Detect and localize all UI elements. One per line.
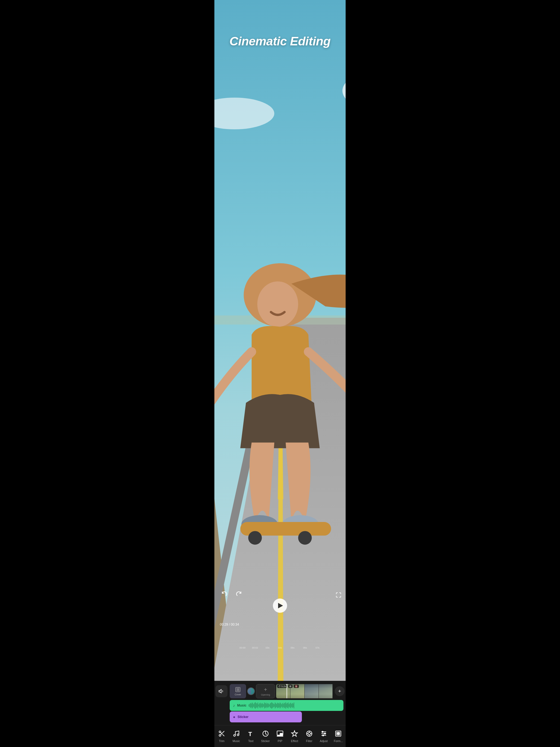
cinematic-title: Cinematic Editing xyxy=(214,34,346,48)
svg-point-23 xyxy=(257,281,298,327)
road-scene xyxy=(214,0,346,681)
sticker-track-icon: ● xyxy=(233,715,235,719)
transition-circle-1[interactable] xyxy=(247,687,255,695)
music-track[interactable]: ♪ Music xyxy=(230,700,343,711)
video-preview: Cinematic Editing xyxy=(214,0,346,681)
waveform-bar xyxy=(249,704,250,707)
waveform-bar xyxy=(270,703,271,707)
clips-area: Cover + Opening xyxy=(230,684,332,698)
music-icon xyxy=(231,729,241,739)
waveform-bar xyxy=(293,703,294,707)
adjust-label: Adjust xyxy=(320,740,328,743)
tool-filter[interactable]: Filter xyxy=(302,728,316,744)
waveform-bar xyxy=(255,702,256,709)
waveform-bar xyxy=(249,704,249,706)
svg-point-37 xyxy=(233,735,235,736)
waveform-bar xyxy=(284,703,284,708)
waveform-bar xyxy=(253,703,253,707)
waveform-bar xyxy=(281,703,281,707)
effect-icon xyxy=(289,729,299,739)
trim-icon xyxy=(217,729,227,739)
tool-effect[interactable]: Effect xyxy=(287,728,302,744)
svg-rect-58 xyxy=(338,732,339,733)
sticker-label: Sticker xyxy=(261,740,270,743)
effect-label: Effect xyxy=(291,740,298,743)
svg-point-28 xyxy=(298,531,312,545)
adjust-icon xyxy=(319,729,329,739)
redo-icon xyxy=(236,590,242,596)
waveform-bar xyxy=(287,703,288,708)
tool-sticker[interactable]: Sticker xyxy=(258,728,273,744)
waveform-bar xyxy=(259,703,260,707)
add-clip-button[interactable]: + xyxy=(335,686,345,696)
waveform-bar xyxy=(266,704,267,707)
clips-inner-row: Cover + Opening xyxy=(230,684,332,698)
volume-button[interactable] xyxy=(215,685,228,697)
waveform-bar xyxy=(262,703,262,708)
waveform-bar xyxy=(262,703,263,707)
waveform-bar xyxy=(276,704,277,707)
tool-text[interactable]: T Text xyxy=(244,728,258,744)
svg-marker-29 xyxy=(219,690,221,693)
play-button[interactable] xyxy=(273,598,287,613)
fullscreen-button[interactable] xyxy=(335,592,341,599)
waveform-bar xyxy=(257,703,257,707)
music-waveform xyxy=(249,702,340,709)
timeline-ruler: 00:00 00:02 03s 04s 05s 06s 07s xyxy=(214,645,346,650)
waveform-bar xyxy=(273,703,274,707)
transition-dots-1[interactable] xyxy=(247,687,255,695)
svg-line-35 xyxy=(222,735,224,736)
opening-clip[interactable]: + Opening xyxy=(256,684,275,698)
waveform-bar xyxy=(290,703,291,708)
time-display: 00:29 / 00:34 xyxy=(220,623,239,626)
clip-audio-badge: 🔇 xyxy=(294,685,299,688)
waveform-bar xyxy=(276,703,276,707)
waveform-bar xyxy=(258,702,258,709)
redo-button[interactable] xyxy=(233,587,245,599)
waveform-bar xyxy=(261,704,261,707)
timeline-section: Cover + Opening xyxy=(214,681,346,725)
tool-adjust[interactable]: Adjust xyxy=(316,728,331,744)
waveform-bar xyxy=(271,703,271,708)
waveform-bar xyxy=(289,704,289,707)
svg-rect-42 xyxy=(280,733,282,735)
tool-pip[interactable]: PIP xyxy=(273,728,287,744)
waveform-bar xyxy=(277,703,278,708)
svg-rect-60 xyxy=(338,734,339,735)
svg-point-55 xyxy=(323,735,324,736)
opening-plus-icon: + xyxy=(264,686,267,693)
tool-trim[interactable]: Trim xyxy=(214,728,229,744)
waveform-bar xyxy=(286,703,287,707)
waveform-bar xyxy=(272,703,273,708)
format-icon xyxy=(333,729,343,739)
opening-clip-label: Opening xyxy=(261,693,270,696)
waveform-bar xyxy=(268,703,269,707)
duration-badge: ⏱5.2s xyxy=(277,685,287,688)
cover-clip[interactable]: Cover xyxy=(230,684,246,698)
waveform-bar xyxy=(252,702,252,709)
sticker-track[interactable]: ● Sticker xyxy=(230,712,302,722)
undo-redo-controls xyxy=(219,587,245,599)
svg-point-45 xyxy=(308,732,310,735)
trim-label: Trim xyxy=(219,740,224,743)
filter-icon xyxy=(304,729,314,739)
bottom-toolbar: Trim Music T Text xyxy=(214,725,346,747)
waveform-bar xyxy=(263,704,264,707)
waveform-bar xyxy=(268,703,268,708)
waveform-bar xyxy=(274,704,275,707)
tool-music[interactable]: Music xyxy=(229,728,244,744)
waveform-bar xyxy=(256,703,256,708)
waveform-bar xyxy=(253,704,254,707)
text-icon: T xyxy=(246,729,256,739)
waveform-bar xyxy=(280,702,280,709)
app-container: Cinematic Editing xyxy=(214,0,346,747)
svg-point-27 xyxy=(248,531,262,545)
cover-clip-icon xyxy=(235,687,241,693)
pip-label: PIP xyxy=(278,740,282,743)
tool-format[interactable]: Form... xyxy=(331,728,346,744)
waveform-bar xyxy=(264,702,265,709)
svg-text:T: T xyxy=(249,730,252,737)
undo-button[interactable] xyxy=(219,587,230,599)
waveform-bar xyxy=(275,702,275,709)
clip-info-bar: ⏱5.2s ⊞ 🔇 xyxy=(277,685,299,688)
